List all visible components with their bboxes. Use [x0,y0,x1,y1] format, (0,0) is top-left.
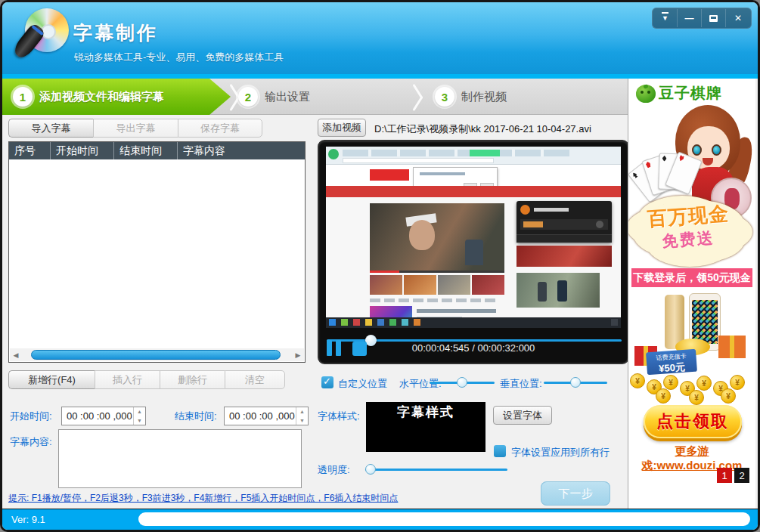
scrollbar-track[interactable] [22,350,292,360]
import-subtitle-button[interactable]: 导入字幕 [8,119,93,138]
vertical-position-label: 垂直位置: [500,377,542,391]
insert-row-button[interactable]: 插入行 [95,370,160,389]
gift-box-icon [718,336,746,358]
mock-active-tab [470,150,500,156]
scrollbar-thumb[interactable] [31,350,281,360]
subtitle-file-buttons: 导入字幕 导出字幕 保存字幕 [8,119,262,138]
maximize-button[interactable] [702,9,726,27]
step-2-number: 2 [238,87,258,107]
mock-browser-icon [328,149,339,159]
export-subtitle-button[interactable]: 导出字幕 [93,119,178,138]
spin-up-icon[interactable]: ▲ [296,407,308,416]
recharge-card: 话费充值卡 ¥50元 [646,349,697,376]
spin-down-icon[interactable]: ▼ [296,416,308,425]
horizontal-position-slider[interactable] [430,382,495,384]
scroll-left-icon[interactable]: ◀ [10,351,22,359]
font-preview-text: 字幕样式 [366,404,485,421]
apply-font-all-label: 字体设置应用到所有行 [511,446,610,459]
subtitle-table[interactable]: 序号 开始时间 结束时间 字幕内容 ◀ ▶ [8,141,306,363]
main-area: 导入字幕 导出字幕 保存字幕 序号 开始时间 结束时间 字幕内容 ◀ ▶ 新增行… [2,115,630,511]
opacity-label: 透明度: [318,463,350,477]
app-logo-icon [14,7,67,60]
end-time-input[interactable]: 00 :00 :00 ,000 ▲ ▼ [224,407,309,425]
delete-row-button[interactable]: 删除行 [160,370,225,389]
mock-address-bar [343,158,494,163]
end-time-stepper: ▲ ▼ [296,407,308,425]
minimize-button[interactable]: — [678,9,702,27]
mock-main-video-thumb [370,203,504,273]
chevron-down-icon: ▼ [662,15,668,22]
mock-nav-bar [326,186,621,197]
apply-font-all-checkbox[interactable] [494,445,506,457]
column-header-start: 开始时间 [51,142,114,159]
mock-browser-tabs [343,150,569,156]
vertical-position-slider[interactable] [544,382,607,384]
mock-thumbnail-row [370,275,504,295]
progress-bar [138,512,750,526]
ad-page-1[interactable]: 1 [717,468,732,483]
scroll-right-icon[interactable]: ▶ [292,351,304,359]
mock-recorder-window [516,201,612,243]
horizontal-position-label: 水平位置: [399,377,442,391]
mock-site-logo [370,169,409,181]
horizontal-scrollbar[interactable]: ◀ ▶ [10,348,304,361]
position-controls-row: 自定义位置 水平位置: 垂直位置: [318,376,629,392]
save-subtitle-button[interactable]: 保存字幕 [178,119,262,138]
add-row-button[interactable]: 新增行(F4) [8,370,95,389]
ad-banner-text: 下载登录后，领50元现金 [631,268,752,287]
start-time-stepper: ▲ ▼ [133,407,145,425]
tab-step-1-add-video[interactable]: 1 添加视频文件和编辑字幕 [2,79,231,115]
step-1-number: 1 [13,87,33,107]
subtitle-table-header: 序号 开始时间 结束时间 字幕内容 [9,142,305,159]
minimize-icon: — [685,13,694,23]
slider-thumb[interactable] [570,377,581,388]
opacity-slider[interactable] [365,469,507,471]
step-1-label: 添加视频文件和编辑字幕 [39,90,164,104]
time-display: 00:00:04:545 / 00:00:32:000 [319,342,628,354]
clear-rows-button[interactable]: 清空 [225,370,285,389]
mock-side-banner [516,246,612,267]
recharge-card-value: ¥50元 [647,360,697,377]
set-font-button[interactable]: 设置字体 [493,406,552,425]
spin-down-icon[interactable]: ▼ [134,416,145,425]
claim-reward-button[interactable]: 点击领取 [644,405,742,438]
end-time-value[interactable]: 00 :00 :00 ,000 [225,407,296,425]
next-step-button[interactable]: 下一步 [541,481,610,506]
close-icon: ✕ [734,13,742,23]
add-video-button[interactable]: 添加视频 [318,119,366,137]
step-2-label: 输出设置 [265,90,310,104]
column-header-content: 字幕内容 [178,142,305,159]
hotkey-hint-link[interactable]: 提示: F1播放/暂停，F2后退3秒，F3前进3秒，F4新增行，F5插入开始时间… [8,492,398,505]
subtitle-content-textarea[interactable] [58,429,302,488]
app-window: 字幕制作 锐动多媒体工具-专业、易用、免费的多媒体工具 ▼ — ✕ 1 添加视频… [0,0,760,532]
start-time-value[interactable]: 00 :00 :00 ,000 [62,407,133,425]
mock-page-content [326,197,621,317]
step-tabs: 1 添加视频文件和编辑字幕 2 输出设置 3 制作视频 [2,79,630,115]
ad-page-2[interactable]: 2 [734,468,749,483]
font-style-label: 字体样式: [318,410,360,423]
spin-up-icon[interactable]: ▲ [134,407,145,416]
claim-reward-label: 点击领取 [656,410,729,433]
slider-thumb[interactable] [457,377,467,388]
subtitle-content-label: 字幕内容: [10,435,52,449]
slider-thumb[interactable] [365,464,376,475]
column-header-index: 序号 [9,142,51,159]
column-header-end: 结束时间 [114,142,178,159]
custom-position-checkbox[interactable] [321,376,333,388]
tab-step-2-output-settings[interactable]: 2 输出设置 [238,79,412,115]
mock-browser-bar [326,147,621,165]
status-bar: Ver: 9.1 [2,509,758,530]
window-controls: ▼ — ✕ [652,8,752,29]
tab-step-3-make-video[interactable]: 3 制作视频 [435,79,609,115]
video-file-path: D:\工作记录\视频录制\kk 2017-06-21 10-04-27.avi [374,122,591,136]
subtitle-row-buttons: 新增行(F4) 插入行 删除行 清空 [8,370,285,389]
start-time-input[interactable]: 00 :00 :00 ,000 ▲ ▼ [61,407,146,425]
gold-coins-image: 话费充值卡 ¥50元 ¥ ¥ ¥ ¥ ¥ ¥ ¥ ¥ ¥ ¥ [628,334,755,404]
ad-panel[interactable]: 豆子棋牌 百万现金 免费送 下载登录后，领50元 [628,79,755,511]
close-button[interactable]: ✕ [726,9,750,27]
ad-headline-burst: 百万现金 免费送 [631,193,745,265]
menu-button[interactable]: ▼ [653,9,678,27]
title-bar: 字幕制作 锐动多媒体工具-专业、易用、免费的多媒体工具 ▼ — ✕ [2,2,758,74]
version-label: Ver: 9.1 [11,514,45,525]
step-3-number: 3 [435,87,454,107]
